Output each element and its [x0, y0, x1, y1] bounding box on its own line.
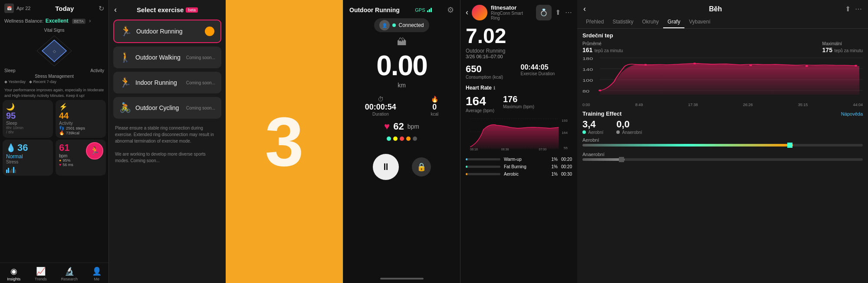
expand-icon[interactable]: › — [89, 18, 91, 24]
p5-avatar — [472, 5, 487, 20]
svg-point-22 — [693, 63, 696, 64]
tab-vybaveni[interactable]: Vybavení — [684, 16, 715, 28]
bpm-avg-value: 161 — [582, 47, 592, 53]
dot-2 — [393, 137, 398, 141]
p6-back-button[interactable]: ‹ — [583, 4, 586, 13]
aerobic-bar-bg — [466, 173, 500, 175]
anaerobic-label-te: Anaerobní — [616, 130, 642, 135]
tab-okruhy[interactable]: Okruhy — [638, 16, 663, 28]
exercise-outdoor-cycling[interactable]: 🚴 Outdoor Cycling Coming soon... — [113, 97, 221, 119]
kcal-label: kcal — [431, 112, 438, 117]
hr-avg-label: Average (bpm) — [466, 108, 494, 113]
hrv2-value: 56 ms — [62, 163, 73, 167]
settings-icon[interactable]: ⚙ — [447, 5, 454, 15]
p5-back-button[interactable]: ‹ — [466, 8, 468, 17]
dot-4 — [406, 137, 411, 141]
aerobic-num: 3,4 — [582, 119, 603, 130]
nav-me[interactable]: 👤 Me — [92, 266, 102, 281]
p6-share-icon[interactable]: ⬆ — [845, 5, 851, 13]
p6-more-icon[interactable]: ⋯ — [855, 5, 862, 13]
run-stats-row: ⏱ 00:00:54 Duration 🔥 0 kcal — [343, 96, 460, 117]
svg-point-25 — [855, 65, 857, 67]
svg-text:06:16: 06:16 — [470, 148, 478, 151]
training-rows: Warm-up 1% 00:20 Fat Burning 1% 00:20 Ae… — [460, 154, 577, 180]
tab-prehled[interactable]: Přehled — [582, 16, 608, 28]
research-label: Research — [61, 277, 78, 281]
panel-fitnesator: ‹ fitnesator RingConn Smart Ring 💍 ⬆ ⋯ 7… — [460, 0, 577, 283]
anaerobic-val-box: 0,0 Anaerobní — [616, 119, 642, 135]
p5-avatar-img — [472, 5, 487, 20]
activity-card[interactable]: ⚡ 44 Activity 👣 2501 steps 🔥 739kcal — [56, 100, 106, 138]
countdown-number: 3 — [265, 102, 304, 182]
stress-card[interactable]: 💧 36 Normal Stress — [3, 140, 53, 176]
fatburn-row: Fat Burning 1% 00:20 — [466, 163, 572, 170]
tab-statistiky[interactable]: Statistiky — [608, 16, 638, 28]
anaerobic-te-label: Anaerobní — [622, 130, 642, 135]
fatburn-label: Fat Burning — [500, 164, 552, 169]
duration-value-p5: 00:44:05 — [521, 63, 572, 71]
svg-text:07:00: 07:00 — [539, 148, 546, 151]
nav-trends[interactable]: 📈 Trends — [35, 266, 47, 281]
steps-icon: 👣 — [59, 126, 64, 130]
cycling-icon: 🚴 — [119, 102, 131, 113]
bpm-avg-stat: Průměrné 161 tepů za minutu — [582, 41, 623, 54]
back-button[interactable]: ‹ — [114, 5, 117, 14]
anaerobic-fill — [582, 158, 625, 161]
nav-insights[interactable]: ◉ Insights — [7, 266, 20, 281]
hr-max-value: 176 — [503, 94, 534, 104]
warmup-bar-fill — [466, 158, 467, 160]
yesterday-row: ◆ Yesterday ◆ Recent 7-day — [0, 80, 108, 86]
hr-chart-svg: 193 164 55 06:16 06:38 07:00 — [466, 117, 572, 151]
hr-section: Heart Rate ℹ 164 Average (bpm) 176 Maxim… — [460, 82, 577, 154]
lock-button[interactable]: 🔒 — [412, 157, 431, 176]
run-stat-duration: ⏱ 00:00:54 Duration — [365, 96, 396, 117]
sleep-card[interactable]: 🌙 95 Sleep 8hr 10min / 8hr — [3, 100, 53, 138]
panel2-title: Select exercise — [137, 6, 184, 13]
heart-row: ♥ 62 bpm — [384, 121, 419, 132]
panel4-header: Outdoor Running GPS ⚙ — [343, 0, 460, 18]
aerobic-te-label: Aerobní — [588, 130, 603, 135]
kcal-row: 🔥 739kcal — [59, 130, 102, 135]
exercise-indoor-running[interactable]: 🏃 Indoor Running Coming soon... — [113, 72, 221, 93]
nav-research[interactable]: 🔬 Research — [61, 266, 78, 281]
bpm-max-label: tepů za minutu — [834, 48, 863, 53]
bottom-nav: ◉ Insights 📈 Trends 🔬 Research 👤 Me — [0, 263, 108, 283]
pause-button[interactable]: ⏸ — [373, 154, 399, 180]
running-name: Outdoor Running — [136, 28, 183, 35]
bpm-card[interactable]: 61 bpm ● 95% ♥ 56 ms 🏃 — [56, 140, 106, 176]
sync-icon[interactable]: ↻ — [99, 4, 104, 13]
heart-icon: ♥ — [384, 121, 390, 132]
distance-unit: km — [398, 82, 406, 89]
te-title: Training Effect — [582, 110, 621, 117]
stress-icon-row: 💧 36 — [6, 142, 49, 153]
tab-grafy[interactable]: Grafy — [663, 16, 684, 28]
diamond-chart: ◇ — [33, 33, 76, 68]
time-5: 44:04 — [853, 103, 863, 107]
bpm-stats-row: Průměrné 161 tepů za minutu Maximální 17… — [582, 41, 863, 54]
panel-running-active: Outdoor Running GPS ⚙ 👤 Connected 🏔 0.00… — [343, 0, 460, 283]
walking-icon: 🚶 — [119, 52, 131, 63]
aerobic-val-box: 3,4 Aerobní — [582, 119, 603, 135]
notice-text-1: Please ensure a stable ring connection d… — [115, 125, 220, 144]
activity-icon: ⚡ — [59, 103, 102, 111]
hr-title-text: Heart Rate — [466, 85, 492, 91]
stress-normal-label: Normal — [6, 153, 49, 160]
te-hint[interactable]: Nápověda — [841, 111, 863, 117]
trends-icon: 📈 — [36, 266, 46, 276]
dot-3 — [400, 137, 404, 141]
svg-text:164: 164 — [562, 131, 568, 135]
kcal-value: 739kcal — [66, 131, 79, 135]
recent-label: ◆ Recent 7-day — [29, 80, 56, 84]
more-icon[interactable]: ⋯ — [565, 8, 572, 17]
stress-type-label: Stress — [6, 160, 49, 164]
exercise-outdoor-walking[interactable]: 🚶 Outdoor Walking Coming soon... — [113, 47, 221, 68]
steps-row: 👣 2501 steps — [59, 126, 102, 130]
fatburn-bar-bg — [466, 166, 500, 168]
duration-value: 00:00:54 — [365, 103, 396, 112]
wellness-section: Wellness Balance: Excellent BETA › — [0, 15, 108, 27]
aerobic-time: 00:30 — [561, 172, 572, 176]
indoor-running-icon: 🏃 — [119, 77, 131, 88]
share-icon[interactable]: ⬆ — [555, 8, 561, 17]
time-2: 17:38 — [688, 103, 698, 107]
exercise-outdoor-running[interactable]: 🏃 Outdoor Running — [113, 20, 221, 43]
